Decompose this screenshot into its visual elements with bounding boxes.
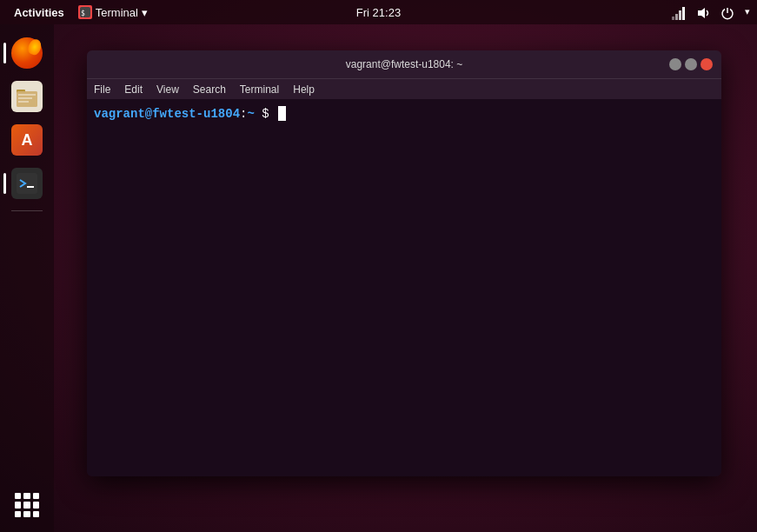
minimize-button[interactable]: ─	[669, 58, 681, 70]
terminal-prompt: vagrant@fwtest-u1804 : ~ $	[94, 106, 714, 121]
dock-item-firefox[interactable]	[7, 33, 47, 73]
svg-rect-13	[17, 173, 37, 194]
app-menu-label: Terminal	[96, 6, 138, 19]
terminal-menubar: File Edit View Search Terminal Help	[87, 78, 721, 99]
prompt-user-host: vagrant@fwtest-u1804	[94, 107, 240, 121]
svg-rect-5	[682, 7, 685, 20]
files-icon	[11, 81, 43, 112]
menu-terminal[interactable]: Terminal	[240, 83, 279, 96]
svg-rect-12	[18, 101, 29, 103]
volume-icon[interactable]	[696, 4, 710, 19]
app-menu-arrow: ▾	[142, 6, 148, 19]
svg-text:$: $	[81, 10, 85, 17]
dock-item-files[interactable]	[7, 76, 47, 116]
app-menu[interactable]: $ Terminal ▾	[71, 5, 155, 19]
window-controls: ─ □ ✕	[669, 58, 713, 70]
terminal-window-title: vagrant@fwtest-u1804: ~	[346, 58, 463, 70]
prompt-separator: :	[240, 107, 247, 121]
terminal-window: vagrant@fwtest-u1804: ~ ─ □ ✕ File Edit …	[87, 50, 721, 476]
terminal-app-icon: $	[78, 5, 92, 19]
power-icon[interactable]	[720, 4, 734, 19]
dock-item-apps[interactable]	[7, 485, 47, 525]
menu-help[interactable]: Help	[293, 83, 315, 96]
maximize-button[interactable]: □	[685, 58, 697, 70]
topbar-clock[interactable]: Fri 21:23	[356, 6, 401, 19]
topbar: Activities $ Terminal ▾ Fri 21:23	[0, 0, 757, 24]
terminal-titlebar: vagrant@fwtest-u1804: ~ ─ □ ✕	[87, 50, 721, 78]
svg-rect-11	[18, 97, 32, 99]
menu-edit[interactable]: Edit	[124, 83, 143, 96]
dock-item-terminal[interactable]	[7, 163, 47, 203]
power-arrow[interactable]: ▾	[745, 6, 750, 17]
svg-rect-10	[18, 94, 36, 96]
dock-item-software-center[interactable]: A	[7, 120, 47, 160]
apps-grid-icon	[11, 489, 43, 521]
menu-search[interactable]: Search	[193, 83, 226, 96]
prompt-directory: ~	[247, 107, 254, 121]
terminal-body[interactable]: vagrant@fwtest-u1804 : ~ $	[87, 99, 721, 476]
menu-file[interactable]: File	[94, 83, 110, 96]
topbar-left: Activities $ Terminal ▾	[7, 0, 155, 24]
activities-button[interactable]: Activities	[7, 0, 71, 24]
terminal-cursor	[278, 106, 286, 121]
prompt-symbol: $	[255, 107, 276, 121]
terminal-dock-icon	[11, 168, 43, 199]
menu-view[interactable]: View	[156, 83, 179, 96]
dock: A	[0, 24, 54, 532]
firefox-icon	[11, 37, 43, 69]
software-center-icon: A	[11, 124, 43, 156]
network-icon[interactable]	[672, 4, 686, 19]
dock-separator	[11, 210, 43, 211]
svg-rect-4	[679, 10, 681, 20]
close-button[interactable]: ✕	[701, 58, 713, 70]
svg-marker-6	[698, 8, 705, 18]
firefox-flame	[26, 37, 43, 57]
svg-rect-3	[675, 14, 678, 20]
svg-rect-2	[672, 17, 674, 20]
topbar-right: ▾	[672, 4, 750, 19]
desktop: Activities $ Terminal ▾ Fri 21:23	[0, 0, 757, 532]
